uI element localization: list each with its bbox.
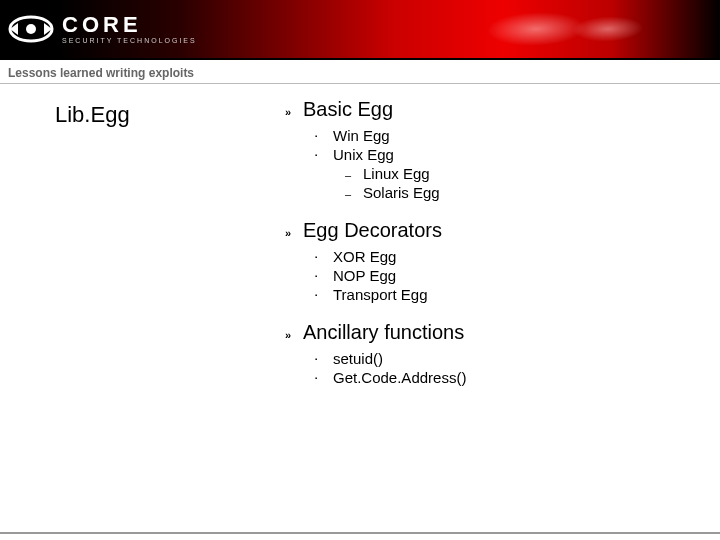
list-item: ▪ NOP Egg — [315, 267, 690, 284]
list-item: ▪ Get.Code.Address() — [315, 369, 690, 386]
slide-content: Lib.Egg » Basic Egg ▪ Win Egg ▪ Unix Egg… — [0, 84, 720, 404]
section-basic-egg: » Basic Egg ▪ Win Egg ▪ Unix Egg – Linux… — [285, 98, 690, 201]
square-bullet-icon: ▪ — [315, 292, 333, 298]
slide-title: Lib.Egg — [55, 102, 285, 128]
square-bullet-icon: ▪ — [315, 356, 333, 362]
arrow-bullet-icon: » — [285, 227, 303, 239]
item-text: Win Egg — [333, 127, 390, 144]
dash-bullet-icon: – — [345, 188, 363, 200]
square-bullet-icon: ▪ — [315, 273, 333, 279]
list-item: ▪ Win Egg — [315, 127, 690, 144]
brand-logo-icon — [8, 6, 54, 52]
item-text: XOR Egg — [333, 248, 396, 265]
item-text: Solaris Egg — [363, 184, 440, 201]
item-text: Unix Egg — [333, 146, 394, 163]
square-bullet-icon: ▪ — [315, 152, 333, 158]
item-text: Transport Egg — [333, 286, 428, 303]
list-item: ▪ XOR Egg — [315, 248, 690, 265]
list-item: – Solaris Egg — [345, 184, 690, 201]
header-banner: CORE SECURITY TECHNOLOGIES — [0, 0, 720, 60]
section-egg-decorators: » Egg Decorators ▪ XOR Egg ▪ NOP Egg ▪ T… — [285, 219, 690, 303]
list-item: ▪ Transport Egg — [315, 286, 690, 303]
list-item: ▪ setuid() — [315, 350, 690, 367]
right-column: » Basic Egg ▪ Win Egg ▪ Unix Egg – Linux… — [285, 98, 720, 404]
square-bullet-icon: ▪ — [315, 375, 333, 381]
section-ancillary-functions: » Ancillary functions ▪ setuid() ▪ Get.C… — [285, 321, 690, 386]
slide-subtitle: Lessons learned writing exploits — [8, 66, 194, 80]
section-title: Ancillary functions — [303, 321, 464, 344]
item-text: Linux Egg — [363, 165, 430, 182]
item-text: Get.Code.Address() — [333, 369, 466, 386]
brand-name: CORE — [62, 14, 197, 36]
footer-divider — [0, 532, 720, 534]
left-column: Lib.Egg — [0, 98, 285, 404]
section-title: Egg Decorators — [303, 219, 442, 242]
list-item: ▪ Unix Egg — [315, 146, 690, 163]
svg-point-3 — [26, 24, 36, 34]
brand-logo: CORE SECURITY TECHNOLOGIES — [8, 6, 197, 52]
section-title: Basic Egg — [303, 98, 393, 121]
dash-bullet-icon: – — [345, 169, 363, 181]
arrow-bullet-icon: » — [285, 106, 303, 118]
item-text: NOP Egg — [333, 267, 396, 284]
square-bullet-icon: ▪ — [315, 133, 333, 139]
list-item: – Linux Egg — [345, 165, 690, 182]
arrow-bullet-icon: » — [285, 329, 303, 341]
brand-tagline: SECURITY TECHNOLOGIES — [62, 37, 197, 44]
item-text: setuid() — [333, 350, 383, 367]
subtitle-bar: Lessons learned writing exploits — [0, 60, 720, 83]
square-bullet-icon: ▪ — [315, 254, 333, 260]
